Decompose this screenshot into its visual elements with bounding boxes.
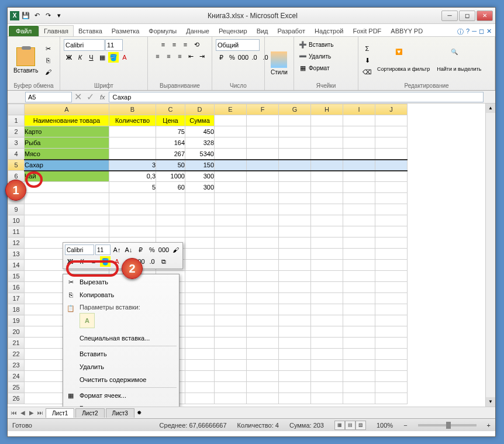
cell-I25[interactable] [343, 382, 375, 393]
cell-I5[interactable] [343, 160, 375, 171]
cell-J19[interactable] [375, 315, 408, 326]
cell-E6[interactable] [215, 171, 247, 182]
cell-H15[interactable] [311, 271, 343, 282]
col-head-I[interactable]: I [343, 104, 375, 115]
sheet-nav-first-icon[interactable]: ⏮ [10, 409, 18, 416]
cell-I8[interactable] [343, 193, 375, 204]
cm-format-cells[interactable]: ▦Формат ячеек... [63, 389, 179, 402]
row-head-20[interactable]: 20 [8, 326, 25, 338]
cell-E24[interactable] [215, 371, 247, 382]
mini-fill-icon[interactable]: 🪣 [100, 256, 111, 267]
sheet-nav-last-icon[interactable]: ⏭ [36, 409, 44, 416]
cell-A4[interactable]: Мясо [25, 149, 109, 160]
cell-D3[interactable]: 328 [185, 137, 215, 149]
cell-E18[interactable] [215, 304, 247, 315]
cell-H8[interactable] [311, 193, 343, 204]
cell-I24[interactable] [343, 371, 375, 382]
cell-A5[interactable]: Сахар [25, 160, 109, 171]
cell-I17[interactable] [343, 293, 375, 304]
delete-cells-icon[interactable]: ➖ [298, 51, 308, 61]
new-sheet-icon[interactable]: ✸ [137, 409, 141, 416]
cell-G7[interactable] [279, 182, 311, 193]
cell-E13[interactable] [215, 249, 247, 260]
insert-cells-icon[interactable]: ➕ [298, 39, 308, 50]
cell-H16[interactable] [311, 282, 343, 293]
align-center-icon[interactable]: ≡ [164, 51, 174, 61]
cell-C8[interactable] [156, 193, 185, 204]
cell-B6[interactable]: 0,3 [109, 171, 156, 182]
cell-I22[interactable] [343, 349, 375, 360]
cell-H20[interactable] [311, 326, 343, 338]
cell-J13[interactable] [375, 249, 408, 260]
number-format-select[interactable] [216, 39, 260, 51]
cell-G23[interactable] [279, 360, 311, 371]
cell-E19[interactable] [215, 315, 247, 326]
format-cells-button[interactable]: Формат [309, 65, 330, 71]
cell-G15[interactable] [279, 271, 311, 282]
clear-icon[interactable]: ⌫ [362, 67, 372, 77]
cell-H17[interactable] [311, 293, 343, 304]
cell-I2[interactable] [343, 126, 375, 137]
mini-size-select[interactable] [95, 245, 111, 255]
cell-G19[interactable] [279, 315, 311, 326]
cell-G22[interactable] [279, 349, 311, 360]
cell-C5[interactable]: 50 [156, 160, 185, 171]
italic-button[interactable]: К [75, 52, 85, 63]
cell-F21[interactable] [247, 338, 279, 349]
cell-E17[interactable] [215, 293, 247, 304]
styles-button[interactable]: Стили [268, 50, 290, 77]
cell-A8[interactable] [25, 193, 109, 204]
font-size-select[interactable] [105, 39, 123, 51]
cell-D21[interactable] [185, 338, 215, 349]
cell-G21[interactable] [279, 338, 311, 349]
cell-D23[interactable] [185, 360, 215, 371]
cell-D22[interactable] [185, 349, 215, 360]
cell-F19[interactable] [247, 315, 279, 326]
cell-I1[interactable] [343, 115, 375, 126]
cell-F4[interactable] [247, 149, 279, 160]
cm-copy[interactable]: ⎘Копировать [63, 288, 179, 301]
doc-minimize-icon[interactable]: ─ [472, 27, 477, 36]
cell-A9[interactable] [25, 204, 109, 215]
col-head-F[interactable]: F [247, 104, 279, 115]
cell-I13[interactable] [343, 249, 375, 260]
cell-H22[interactable] [311, 349, 343, 360]
cell-B8[interactable] [109, 193, 156, 204]
sheet-nav-prev-icon[interactable]: ◀ [19, 409, 27, 416]
sheet-tab-3[interactable]: Лист3 [106, 408, 134, 418]
cell-I18[interactable] [343, 304, 375, 315]
tab-foxit[interactable]: Foxit PDF [348, 26, 386, 36]
col-head-D[interactable]: D [185, 104, 215, 115]
cell-J11[interactable] [375, 226, 408, 238]
cell-H10[interactable] [311, 215, 343, 226]
cell-H18[interactable] [311, 304, 343, 315]
cell-J2[interactable] [375, 126, 408, 137]
cell-D10[interactable] [185, 215, 215, 226]
cell-E10[interactable] [215, 215, 247, 226]
paste-button[interactable]: Вставить [11, 46, 40, 75]
row-head-9[interactable]: 9 [8, 204, 25, 215]
cell-J1[interactable] [375, 115, 408, 126]
cell-F17[interactable] [247, 293, 279, 304]
cell-E1[interactable] [215, 115, 247, 126]
minimize-button[interactable]: ─ [441, 11, 458, 21]
formula-bar[interactable]: Сахар [109, 92, 484, 102]
row-head-2[interactable]: 2 [8, 126, 25, 137]
row-head-5[interactable]: 5 [8, 160, 25, 171]
cm-row-height[interactable]: Высота строки... [63, 402, 179, 407]
cell-J25[interactable] [375, 382, 408, 393]
insert-cells-button[interactable]: Вставить [309, 42, 333, 48]
cell-C7[interactable]: 60 [156, 182, 185, 193]
cell-B7[interactable]: 5 [109, 182, 156, 193]
undo-icon[interactable]: ↶ [32, 11, 42, 20]
cell-C11[interactable] [156, 226, 185, 238]
cell-B1[interactable]: Количество [109, 115, 156, 126]
mini-grow-icon[interactable]: A↑ [112, 245, 122, 255]
cell-J4[interactable] [375, 149, 408, 160]
cell-H7[interactable] [311, 182, 343, 193]
mini-dec-dec-icon[interactable]: .0 [147, 256, 157, 267]
cell-I23[interactable] [343, 360, 375, 371]
cell-C4[interactable]: 267 [156, 149, 185, 160]
cell-F25[interactable] [247, 382, 279, 393]
cell-E9[interactable] [215, 204, 247, 215]
